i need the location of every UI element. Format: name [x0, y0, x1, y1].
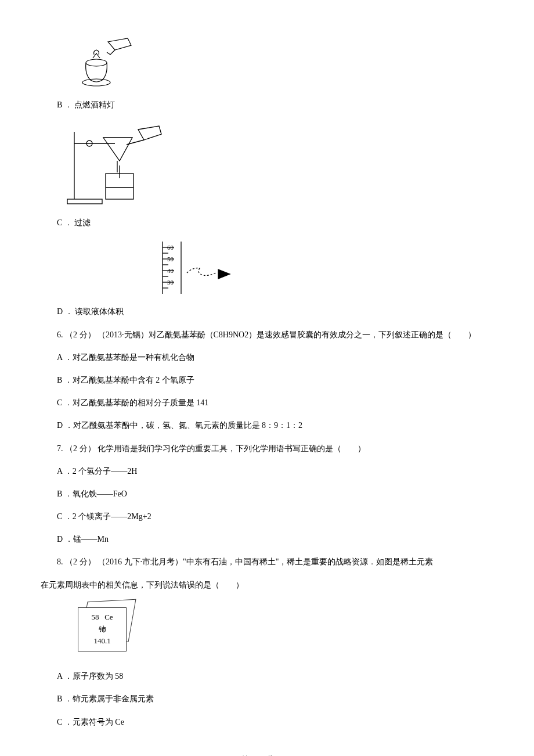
option-8b: B ．铈元素属于非金属元素 [41, 692, 493, 706]
tick-60: 60 [167, 244, 174, 251]
figure-element-cell: 58 Ce 铈 140.1 [75, 600, 139, 645]
svg-point-0 [86, 59, 107, 66]
element-number: 58 [91, 613, 99, 621]
option-6c: C ．对乙酰氨基苯酚的相对分子质量是 141 [41, 395, 493, 410]
question-8-stem-line1: 8. （2 分） （2016 九下·市北月考）"中东有石油，中国有稀土"，稀土是… [41, 555, 493, 569]
option-text: 过滤 [74, 218, 91, 227]
svg-rect-3 [67, 199, 102, 204]
option-letter: B ． [57, 100, 73, 109]
svg-line-7 [127, 140, 144, 145]
figure-filtration [57, 120, 493, 207]
option-letter: C ． [57, 218, 73, 227]
tick-50: 50 [167, 255, 174, 262]
option-letter: D ． [57, 307, 73, 316]
option-5c: C ． 过滤 [41, 215, 493, 230]
option-text: 读取液体体积 [75, 307, 124, 316]
figure-graduated-cylinder: 60 50 40 30 [151, 238, 493, 296]
element-name: 铈 [78, 624, 126, 636]
question-8-stem-line2: 在元素周期表中的相关信息，下列说法错误的是（ ） [41, 578, 493, 592]
option-7b: B ．氧化铁——FeO [41, 487, 493, 501]
document-page: B ． 点燃酒精灯 C ． 过滤 [0, 0, 534, 756]
svg-point-1 [82, 79, 110, 86]
option-6d: D ．对乙酰氨基苯酚中，碳，氢、氮、氧元素的质量比是 8：9：1：2 [41, 418, 493, 433]
option-8c: C ．元素符号为 Ce [41, 715, 493, 729]
figure-alcohol-lamp [57, 37, 493, 89]
question-6-stem: 6. （2 分） （2013·无锡）对乙酰氨基苯酚（C8H9NO2）是速效感冒胶… [41, 327, 493, 342]
option-7a: A ．2 个氢分子——2H [41, 464, 493, 478]
question-7-stem: 7. （2 分） 化学用语是我们学习化学的重要工具，下列化学用语书写正确的是（ … [41, 441, 493, 456]
option-5d: D ． 读取液体体积 [41, 304, 493, 319]
option-7c: C ．2 个镁离子——2Mg+2 [41, 509, 493, 524]
question-text: 6. （2 分） （2013·无锡）对乙酰氨基苯酚（C8H9NO2）是速效感冒胶… [41, 327, 493, 342]
option-5b: B ． 点燃酒精灯 [41, 98, 493, 112]
element-mass: 140.1 [78, 635, 126, 647]
tick-30: 30 [167, 279, 174, 286]
option-6b: B ．对乙酰氨基苯酚中含有 2 个氧原子 [41, 373, 493, 387]
option-8a: A ．原子序数为 58 [41, 669, 493, 683]
tick-40: 40 [167, 267, 174, 274]
element-symbol: Ce [104, 613, 113, 621]
option-7d: D ．锰——Mn [41, 532, 493, 546]
option-text: 点燃酒精灯 [74, 100, 115, 109]
option-6a: A ．对乙酰氨基苯酚是一种有机化合物 [41, 350, 493, 365]
page-footer: 第 2 页 共 11 页 [41, 753, 493, 756]
